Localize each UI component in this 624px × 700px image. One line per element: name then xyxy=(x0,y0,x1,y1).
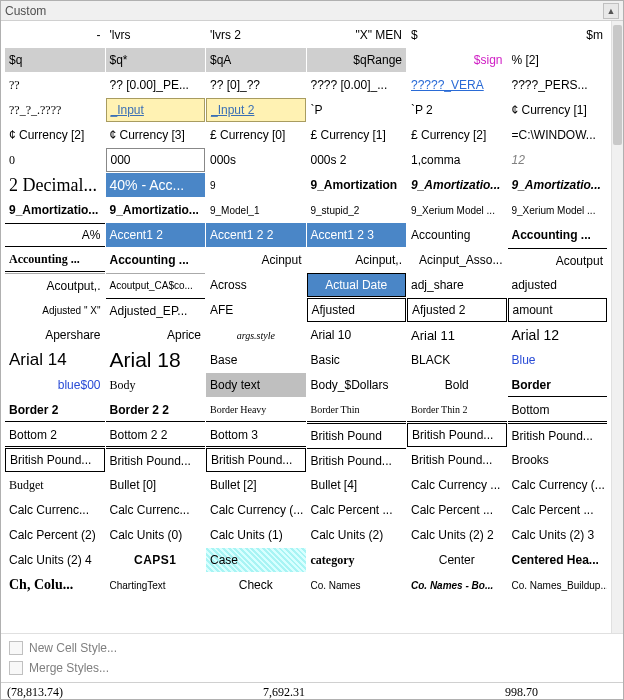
style-cell[interactable]: Acinput,. xyxy=(307,248,407,272)
style-cell[interactable]: _Input xyxy=(106,98,206,122)
style-cell[interactable]: ?? [0.00]_PE... xyxy=(106,73,206,97)
style-cell[interactable]: British Pound... xyxy=(206,448,306,472)
style-cell[interactable]: $sign xyxy=(407,48,507,72)
style-cell[interactable]: 2 Decimal... xyxy=(5,173,105,197)
style-cell[interactable]: Base xyxy=(206,348,306,372)
style-cell[interactable]: $q xyxy=(5,48,105,72)
style-cell[interactable]: Calc Percent (2) xyxy=(5,523,105,547)
style-cell[interactable]: Check xyxy=(206,573,306,597)
style-cell[interactable]: Calc Currency ... xyxy=(407,473,507,497)
style-cell[interactable]: ???? [0.00]_... xyxy=(307,73,407,97)
style-cell[interactable]: Calc Units (2) 3 xyxy=(508,523,608,547)
style-cell[interactable]: - xyxy=(5,23,105,47)
style-cell[interactable]: Calc Units (0) xyxy=(106,523,206,547)
style-cell[interactable]: Bottom 2 xyxy=(5,423,105,447)
style-cell[interactable]: 9_stupid_2 xyxy=(307,198,407,222)
style-cell[interactable]: Across xyxy=(206,273,306,297)
style-cell[interactable]: $ xyxy=(407,23,507,47)
style-cell[interactable]: `P 2 xyxy=(407,98,507,122)
style-cell[interactable]: Arial 12 xyxy=(508,323,608,347)
style-cell[interactable]: 12 xyxy=(508,148,608,172)
style-cell[interactable]: Calc Currency (... xyxy=(206,498,306,522)
style-cell[interactable]: £ Currency [1] xyxy=(307,123,407,147)
style-cell[interactable]: Co. Names_Buildup... xyxy=(508,573,608,597)
style-cell[interactable]: Border xyxy=(508,373,608,397)
style-cell[interactable]: 9_Xerium Model ... xyxy=(508,198,608,222)
scrollbar-thumb[interactable] xyxy=(613,25,622,145)
style-cell[interactable]: 9_Amortizatio... xyxy=(5,198,105,222)
style-cell[interactable]: Border Thin 2 xyxy=(407,398,507,422)
scroll-up-icon[interactable]: ▲ xyxy=(603,3,619,19)
style-cell[interactable]: Border 2 2 xyxy=(106,398,206,422)
style-cell[interactable]: ?? [0]_?? xyxy=(206,73,306,97)
style-cell[interactable]: Border Heavy xyxy=(206,398,306,422)
style-cell[interactable]: Acoutput_CA$co... xyxy=(106,273,206,297)
style-cell[interactable]: Calc Units (2) 4 xyxy=(5,548,105,572)
style-cell[interactable]: ¢ Currency [3] xyxy=(106,123,206,147)
style-cell[interactable]: 40% - Acc... xyxy=(106,173,206,197)
style-cell[interactable]: ?? xyxy=(5,73,105,97)
style-cell[interactable]: Co. Names xyxy=(307,573,407,597)
style-cell[interactable]: $qRange xyxy=(307,48,407,72)
style-cell[interactable]: Centered Hea... xyxy=(508,548,608,572)
style-cell[interactable]: adjusted xyxy=(508,273,608,297)
style-cell[interactable]: $qA xyxy=(206,48,306,72)
style-cell[interactable]: 'lvrs xyxy=(106,23,206,47)
style-cell[interactable]: Calc Percent ... xyxy=(508,498,608,522)
style-cell[interactable]: British Pound... xyxy=(407,423,507,447)
style-cell[interactable]: args.style xyxy=(206,323,306,347)
style-cell[interactable]: Accounting xyxy=(407,223,507,247)
style-cell[interactable]: 000s 2 xyxy=(307,148,407,172)
style-cell[interactable]: British Pound... xyxy=(407,448,507,472)
style-cell[interactable]: British Pound xyxy=(307,423,407,447)
style-cell[interactable]: 9_Xerium Model ... xyxy=(407,198,507,222)
style-cell[interactable]: Calc Currency (... xyxy=(508,473,608,497)
style-cell[interactable]: ChartingText xyxy=(106,573,206,597)
style-cell[interactable]: CAPS1 xyxy=(106,548,206,572)
style-cell[interactable]: Acoutput,. xyxy=(5,273,105,297)
style-cell[interactable]: "X" MEN xyxy=(307,23,407,47)
style-cell[interactable]: 9_Amortizatio... xyxy=(106,198,206,222)
style-cell[interactable]: 000s xyxy=(206,148,306,172)
style-cell[interactable]: Arial 18 xyxy=(106,348,206,372)
style-cell[interactable]: 9_Amortization xyxy=(307,173,407,197)
style-cell[interactable]: _Input 2 xyxy=(206,98,306,122)
style-cell[interactable]: 9_Amortizatio... xyxy=(508,173,608,197)
style-cell[interactable]: Body text xyxy=(206,373,306,397)
style-cell[interactable]: BLACK xyxy=(407,348,507,372)
style-cell[interactable]: Accent1 2 2 xyxy=(206,223,306,247)
style-cell[interactable]: amount xyxy=(508,298,608,322)
style-cell[interactable]: Arial 10 xyxy=(307,323,407,347)
style-cell[interactable]: Brooks xyxy=(508,448,608,472)
style-cell[interactable]: Bold xyxy=(407,373,507,397)
style-cell[interactable]: Calc Units (2) 2 xyxy=(407,523,507,547)
style-cell[interactable]: Calc Percent ... xyxy=(307,498,407,522)
style-cell[interactable]: Border Thin xyxy=(307,398,407,422)
style-cell[interactable]: Bottom 3 xyxy=(206,423,306,447)
style-cell[interactable]: Center xyxy=(407,548,507,572)
style-cell[interactable]: Apershare xyxy=(5,323,105,347)
style-cell[interactable]: £ Currency [0] xyxy=(206,123,306,147)
style-cell[interactable]: Calc Currenc... xyxy=(5,498,105,522)
style-cell[interactable]: 'lvrs 2 xyxy=(206,23,306,47)
style-cell[interactable]: Actual Date xyxy=(307,273,407,297)
style-cell[interactable]: Case xyxy=(206,548,306,572)
style-cell[interactable]: ?????_VERA xyxy=(407,73,507,97)
style-cell[interactable]: Budget xyxy=(5,473,105,497)
new-cell-style-menu-item[interactable]: New Cell Style... xyxy=(7,638,617,658)
style-cell[interactable]: Co. Names - Bo... xyxy=(407,573,507,597)
merge-styles-menu-item[interactable]: Merge Styles... xyxy=(7,658,617,678)
style-cell[interactable]: Accounting ... xyxy=(106,248,206,272)
style-cell[interactable]: Calc Units (2) xyxy=(307,523,407,547)
style-cell[interactable]: Border 2 xyxy=(5,398,105,422)
style-cell[interactable]: Accounting ... xyxy=(5,248,105,272)
style-cell[interactable]: Body xyxy=(106,373,206,397)
style-cell[interactable]: Arial 11 xyxy=(407,323,507,347)
style-cell[interactable]: Basic xyxy=(307,348,407,372)
style-cell[interactable]: `P xyxy=(307,98,407,122)
style-cell[interactable]: 9 xyxy=(206,173,306,197)
style-cell[interactable]: Acinput_Asso... xyxy=(407,248,507,272)
style-cell[interactable]: Accent1 2 xyxy=(106,223,206,247)
style-cell[interactable]: British Pound... xyxy=(5,448,105,472)
style-cell[interactable]: British Pound... xyxy=(106,448,206,472)
